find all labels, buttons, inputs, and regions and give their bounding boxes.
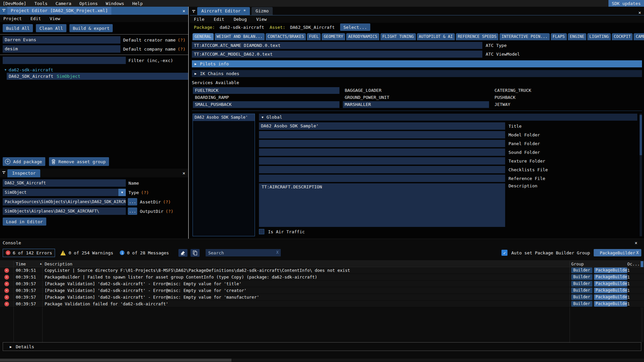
vertical-scrollbar[interactable] [640, 114, 642, 236]
chevron-down-icon[interactable]: ▼ [5, 68, 6, 71]
browse-button[interactable]: ... [128, 198, 137, 205]
tab-lighting[interactable]: LIGHTING [587, 33, 611, 40]
log-row[interactable]: ✕ 00:39:51 PackageBuilder | Failed to sp… [0, 274, 644, 281]
tab-autopilot-ai[interactable]: AUTOPILOT & AI [417, 33, 455, 40]
close-icon[interactable]: ✕ [635, 240, 637, 245]
texture-folder-input[interactable] [259, 157, 505, 165]
group-chip[interactable]: Builder [571, 301, 592, 307]
description-column-header[interactable]: Description [42, 261, 570, 267]
collapse-icon[interactable]: ▼ [1, 171, 6, 175]
name-input[interactable]: DA62_SDK_Aircraft [3, 179, 126, 187]
help-icon[interactable]: (?) [141, 190, 149, 195]
log-row[interactable]: ✕ 00:39:51 CopyLister | Source directory… [0, 267, 644, 274]
menu-options[interactable]: Options [79, 1, 98, 6]
ae-menu-view[interactable]: View [256, 17, 267, 22]
scrollbar-thumb[interactable] [640, 115, 642, 155]
group-chip[interactable]: Builder [571, 267, 592, 273]
tab-gizmo[interactable]: Gizmo [252, 7, 273, 15]
atc-type-input[interactable]: TT:ATCCOM.ATC_NAME DIAMOND.0.text [192, 42, 482, 49]
tree-node-package[interactable]: ▼ da62-sdk-aircraft [0, 67, 188, 73]
chevron-down-icon[interactable]: ▼ [118, 189, 126, 196]
service-baggage-loader[interactable]: BAGGAGE_LOADER [343, 87, 489, 94]
tab-aircraft-editor[interactable]: Aircraft Editor * [197, 7, 250, 15]
assetdir-input[interactable]: PackageSources\SimObjects\Airplanes\DA62… [3, 198, 126, 205]
pilots-info-section-header[interactable]: ▶ Pilots info [192, 60, 642, 67]
errors-filter-button[interactable]: ✕ 6 of 142 Errors [3, 249, 55, 257]
close-icon[interactable]: ✕ [638, 10, 641, 15]
group-column-header[interactable]: Group [570, 261, 626, 267]
group-chip[interactable]: Builder [571, 274, 592, 280]
checklists-file-input[interactable] [259, 166, 505, 173]
ae-menu-file[interactable]: File [194, 17, 204, 22]
build-export-button[interactable]: Build & export [69, 24, 113, 32]
search-input[interactable] [206, 249, 281, 256]
sound-folder-input[interactable] [259, 148, 505, 156]
title-input[interactable]: DA62 Asobo SDK Sample' [259, 122, 505, 130]
auto-set-checkbox[interactable]: ✓ [501, 250, 507, 256]
builder-group-chip[interactable]: PackageBuilde [594, 288, 627, 293]
collapse-icon[interactable]: ▼ [191, 10, 196, 13]
menu-windows[interactable]: Windows [106, 1, 124, 6]
tree-node-asset-selected[interactable]: DA62_SDK_Aircraft SimObject [7, 73, 188, 80]
group-chip[interactable]: Builder [571, 281, 592, 287]
tab-weight-and-balance[interactable]: WEIGHT AND BALAN... [215, 33, 265, 40]
ae-menu-debug[interactable]: Debug [234, 17, 247, 22]
pe-menu-project[interactable]: Project [3, 16, 22, 21]
model-folder-input[interactable] [259, 131, 505, 138]
menu-camera[interactable]: Camera [56, 1, 71, 6]
remove-filter-icon[interactable]: X [636, 250, 639, 255]
messages-filter-button[interactable]: i 0 of 28 Messages [120, 250, 169, 255]
time-column-header[interactable]: Time ▲ [13, 261, 42, 267]
tab-fuel[interactable]: FUEL [307, 33, 321, 40]
packagebuilder-group-chip[interactable]: PackageBuilder X [594, 249, 641, 256]
menu-devmode[interactable]: [DevMode] [3, 1, 26, 6]
tab-engine[interactable]: ENGINE [568, 33, 586, 40]
sort-asc-icon[interactable]: ▲ [40, 262, 42, 265]
select-asset-button[interactable]: Select... [340, 23, 370, 31]
tab-contacts-brakes[interactable]: CONTACTS/BRAKES [266, 33, 306, 40]
variant-item-selected[interactable]: DA62 Asobo SDK Sample' [193, 114, 255, 121]
outputdir-input[interactable]: SimObjects\Airplanes\DA62_SDK_AIRCRAFT\ [3, 207, 126, 215]
copy-log-button[interactable] [191, 249, 200, 257]
load-in-editor-button[interactable]: Load in Editor [3, 218, 46, 226]
service-marshaller[interactable]: MARSHALLER [343, 101, 489, 108]
service-fueltruck[interactable]: FUELTRUCK [193, 87, 339, 94]
panel-divider[interactable] [188, 7, 189, 239]
remove-asset-group-button[interactable]: Remove asset group [49, 157, 109, 166]
tab-interactive-points[interactable]: INTERACTIVE POIN... [499, 33, 549, 40]
reference-file-input[interactable] [259, 175, 505, 182]
close-icon[interactable]: ✕ [182, 171, 185, 176]
log-row[interactable]: ✕ 00:39:57 [Package Validation] 'da62-sd… [0, 294, 644, 301]
log-row[interactable]: ✕ 00:39:57 [Package Validation] 'da62-sd… [0, 281, 644, 287]
default-creator-name-input[interactable]: Darren Evans [3, 36, 120, 44]
pe-menu-view[interactable]: View [50, 16, 60, 21]
browse-button[interactable]: ... [128, 207, 137, 215]
is-air-traffic-checkbox[interactable] [259, 229, 264, 234]
filter-input[interactable] [3, 57, 126, 64]
clear-search-icon[interactable]: X [276, 250, 278, 255]
help-icon[interactable]: (?) [178, 47, 185, 52]
inspector-titlebar[interactable]: ▼ Inspector ✕ [0, 169, 188, 177]
tab-flaps[interactable]: FLAPS [551, 33, 567, 40]
group-chip[interactable]: Builder [571, 288, 592, 293]
add-package-button[interactable]: + Add package [3, 157, 45, 166]
tab-reference-speeds[interactable]: REFERENCE SPEEDS [456, 33, 499, 40]
service-catering-truck[interactable]: CATERING_TRUCK [492, 87, 639, 94]
close-icon[interactable]: ✕ [182, 8, 185, 13]
builder-group-chip[interactable]: PackageBuilde [594, 301, 627, 307]
service-jetway[interactable]: JETWAY [492, 101, 639, 108]
tab-flight-tuning[interactable]: FLIGHT TUNING [380, 33, 416, 40]
help-icon[interactable]: (?) [165, 209, 173, 214]
horizontal-scrollbar[interactable] [0, 359, 644, 362]
tab-cameras[interactable]: CAMERAS [634, 33, 644, 40]
ae-menu-edit[interactable]: Edit [214, 17, 224, 22]
clean-all-button[interactable]: Clean All [36, 24, 66, 32]
service-pushback[interactable]: PUSHBACK [492, 94, 639, 101]
menu-help[interactable]: Help [132, 1, 143, 6]
project-editor-titlebar[interactable]: ▼ Project Editor [DA62_SDK_Project.xml] … [0, 7, 188, 15]
log-row[interactable]: ✕ 00:39:57 Package Validation failed for… [0, 301, 644, 307]
description-textarea[interactable]: TT:AIRCRAFT.DESCRIPTION [259, 183, 505, 227]
builder-group-chip[interactable]: PackageBuilde [594, 274, 627, 280]
tab-aerodynamics[interactable]: AERODYNAMICS [346, 33, 379, 40]
tab-geometry[interactable]: GEOMETRY [322, 33, 345, 40]
